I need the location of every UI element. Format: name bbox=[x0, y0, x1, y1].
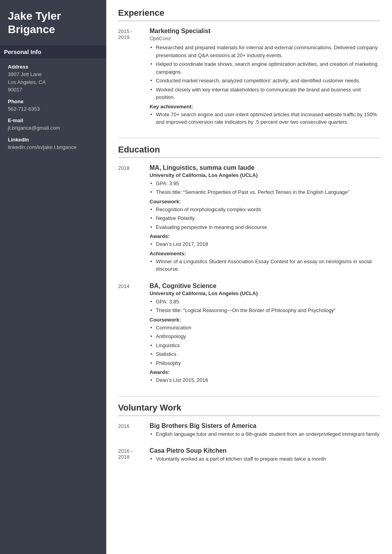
edu-org-ma: University of California, Los Angeles (U… bbox=[150, 172, 380, 178]
experience-bullets-1: Researched and prepared materials for in… bbox=[150, 44, 380, 101]
personal-info-field-label: Address bbox=[8, 64, 98, 70]
key-achievement-label: Key achievement: bbox=[150, 104, 380, 110]
voluntary-bullets-2: Voluntarily worked as a part of kitchen … bbox=[150, 455, 380, 463]
edu-year-ma: 2018 bbox=[118, 164, 150, 275]
personal-info-field-value: 3907 Jett LaneLos Angeles, CA90017 bbox=[8, 71, 98, 94]
bullet-item: Conducted market research, analyzed comp… bbox=[150, 77, 380, 85]
main-content: Experience 2015 -2019 Marketing Speciali… bbox=[106, 0, 392, 554]
experience-years-1: 2015 -2019 bbox=[118, 28, 150, 128]
key-achievement-bullets: Wrote 70+ search engine and user-intent … bbox=[150, 111, 380, 126]
bullet-item: Worked closely with key internal stakeho… bbox=[150, 86, 380, 101]
bullet-item: Statistics bbox=[150, 350, 380, 358]
bullet-item: Winner of a Linguistics Student Associat… bbox=[150, 258, 380, 273]
personal-info-field-label: Phone bbox=[8, 99, 98, 104]
experience-title: Experience bbox=[118, 8, 380, 21]
bullet-item: Linguistics bbox=[150, 342, 380, 350]
section-divider bbox=[118, 138, 380, 138]
bullet-item: Wrote 70+ search engine and user-intent … bbox=[150, 111, 380, 126]
bullet-item: Recognition of morphologically complex w… bbox=[150, 206, 380, 214]
bullet-item: Evaluating perspective in meaning and di… bbox=[150, 223, 380, 231]
bullet-item: Helped to coordinate trade shows, search… bbox=[150, 60, 380, 76]
coursework-label-ma: Coursework: bbox=[150, 199, 380, 204]
voluntary-content-2: Casa Pietro Soup Kitchen Voluntarily wor… bbox=[150, 447, 380, 465]
education-entry-ma: 2018 MA, Linguistics, summa cum laude Un… bbox=[118, 164, 380, 275]
voluntary-year-2: 2016 -2018 bbox=[118, 447, 150, 465]
personal-info-field-value: jt.brigance@gmail.com bbox=[8, 124, 98, 132]
voluntary-title: Voluntary Work bbox=[118, 403, 380, 416]
voluntary-content-1: Big Brothers Big Sisters of America Engl… bbox=[150, 422, 380, 441]
awards-label-ma: Awards: bbox=[150, 233, 380, 239]
voluntary-entry-1: 2016 Big Brothers Big Sisters of America… bbox=[118, 422, 380, 441]
bullet-item: Anthropology bbox=[150, 333, 380, 340]
awards-list-ma: Dean’s List 2017, 2018 bbox=[150, 240, 380, 248]
voluntary-entry-2: 2016 -2018 Casa Pietro Soup Kitchen Volu… bbox=[118, 447, 380, 465]
experience-org-1: OptiConz bbox=[150, 35, 380, 41]
personal-info-field-label: E-mail bbox=[8, 117, 98, 123]
personal-info-field-label: LinkedIn bbox=[8, 137, 98, 143]
bullet-item: Negative Polarity bbox=[150, 214, 380, 222]
personal-info-field-value: linkedin.com/in/jake.t.brigance bbox=[8, 143, 98, 151]
bullet-item: Thesis title: “Semantic Properties of Pa… bbox=[150, 188, 380, 196]
awards-label-ba: Awards: bbox=[150, 369, 380, 375]
personal-info-fields: Address3907 Jett LaneLos Angeles, CA9001… bbox=[8, 64, 98, 151]
education-section: Education 2018 MA, Linguistics, summa cu… bbox=[118, 145, 380, 387]
voluntary-section: Voluntary Work 2016 Big Brothers Big Sis… bbox=[118, 403, 380, 465]
experience-job-title-1: Marketing Specialist bbox=[150, 28, 380, 35]
bullet-item: GPA: 3.95 bbox=[150, 180, 380, 188]
bullet-item: Dean’s List 2015, 2016 bbox=[150, 376, 380, 384]
sidebar: Jake Tyler Brigance Personal Info Addres… bbox=[0, 0, 106, 554]
bullet-item: Communication bbox=[150, 324, 380, 332]
education-entry-ba: 2014 BA, Cognitive Science University of… bbox=[118, 283, 380, 387]
edu-content-ma: MA, Linguistics, summa cum laude Univers… bbox=[150, 164, 380, 275]
edu-gpa-list-ba: GPA: 3.85 Thesis title: “Logical Reasoni… bbox=[150, 298, 380, 314]
voluntary-org-2: Casa Pietro Soup Kitchen bbox=[150, 447, 380, 454]
bullet-item: Thesis title: “Logical Reasoning—On the … bbox=[150, 307, 380, 314]
experience-entry-1: 2015 -2019 Marketing Specialist OptiConz… bbox=[118, 28, 380, 128]
voluntary-year-1: 2016 bbox=[118, 422, 150, 441]
bullet-item: Philosophy bbox=[150, 359, 380, 367]
experience-content-1: Marketing Specialist OptiConz Researched… bbox=[150, 28, 380, 128]
edu-degree-ba: BA, Cognitive Science bbox=[150, 283, 380, 290]
bullet-item: Dean’s List 2017, 2018 bbox=[150, 240, 380, 248]
bullet-item: Voluntarily worked as a part of kitchen … bbox=[150, 455, 380, 463]
coursework-list-ba: Communication Anthropology Linguistics S… bbox=[150, 324, 380, 367]
bullet-item: GPA: 3.85 bbox=[150, 298, 380, 306]
edu-gpa-list-ma: GPA: 3.95 Thesis title: “Semantic Proper… bbox=[150, 180, 380, 196]
edu-year-ba: 2014 bbox=[118, 283, 150, 387]
bullet-item: Researched and prepared materials for in… bbox=[150, 44, 380, 59]
bullet-item: English language tutor and mentor to a 6… bbox=[150, 430, 380, 438]
awards-list-ba: Dean’s List 2015, 2016 bbox=[150, 376, 380, 384]
voluntary-bullets-1: English language tutor and mentor to a 6… bbox=[150, 430, 380, 438]
education-title: Education bbox=[118, 145, 380, 158]
coursework-list-ma: Recognition of morphologically complex w… bbox=[150, 206, 380, 231]
edu-degree-ma: MA, Linguistics, summa cum laude bbox=[150, 164, 380, 171]
personal-info-field-value: 562-712-6353 bbox=[8, 105, 98, 113]
edu-content-ba: BA, Cognitive Science University of Cali… bbox=[150, 283, 380, 387]
experience-section: Experience 2015 -2019 Marketing Speciali… bbox=[118, 8, 380, 128]
personal-info-section-title: Personal Info bbox=[0, 45, 106, 58]
achievements-label-ma: Achievements: bbox=[150, 251, 380, 257]
voluntary-org-1: Big Brothers Big Sisters of America bbox=[150, 422, 380, 429]
coursework-label-ba: Coursework: bbox=[150, 317, 380, 323]
edu-org-ba: University of California, Los Angeles (U… bbox=[150, 290, 380, 296]
achievements-list-ma: Winner of a Linguistics Student Associat… bbox=[150, 258, 380, 273]
full-name: Jake Tyler Brigance bbox=[8, 9, 98, 36]
section-divider-2 bbox=[118, 396, 380, 396]
